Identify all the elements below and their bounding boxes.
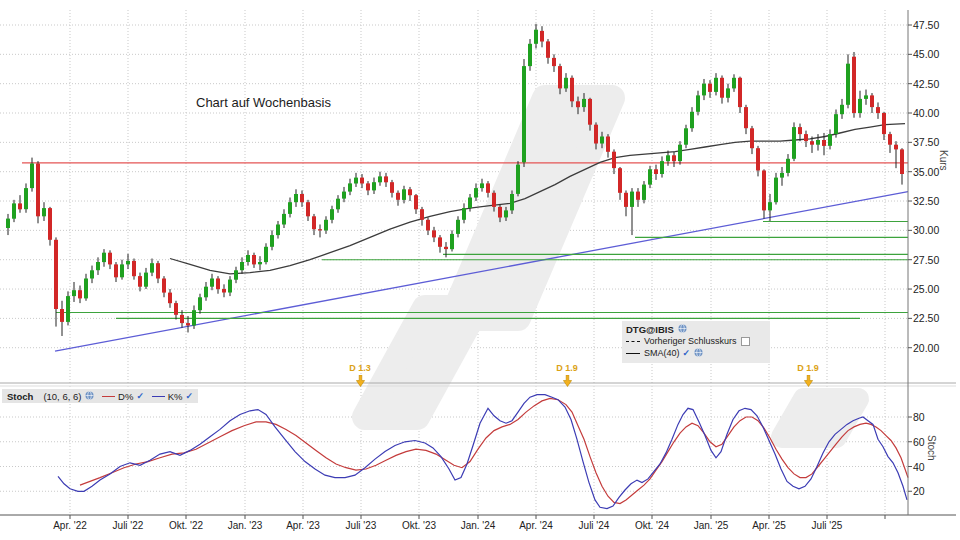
sma-checkmark[interactable]: ✓ [683, 348, 691, 358]
candle [624, 193, 628, 207]
candle [210, 279, 214, 287]
dividend-marker[interactable]: D 1.9 [547, 363, 587, 391]
chart-window: Chart auf Wochenbasis DTG@IBIS Vorherige… [0, 0, 960, 540]
candle [126, 261, 130, 265]
down-arrow-icon [356, 375, 365, 387]
candle [738, 78, 742, 107]
d-line-sample [102, 396, 115, 397]
candle [24, 188, 28, 209]
candle [174, 303, 178, 315]
time-tick-label: Jan. '24 [461, 520, 496, 531]
candle [576, 101, 580, 107]
candle [756, 148, 760, 170]
candle [138, 276, 142, 287]
price-tick-label: 42.50 [913, 78, 939, 90]
candle [66, 296, 70, 322]
candle [228, 280, 232, 293]
candle [786, 159, 790, 173]
candle [894, 145, 898, 150]
candle [216, 279, 220, 290]
candle [396, 193, 400, 200]
candle [744, 107, 748, 128]
candle [864, 95, 868, 99]
candle [816, 140, 820, 145]
candle [12, 203, 16, 218]
candle [876, 107, 880, 113]
dividend-label: D 1.9 [788, 363, 828, 373]
candle [162, 279, 166, 293]
time-tick-label: Jan. '23 [228, 520, 263, 531]
stoch-tick-label: 80 [913, 411, 925, 423]
candle [108, 253, 112, 265]
candle [516, 165, 520, 194]
candle [426, 220, 430, 231]
candle [96, 262, 100, 270]
time-tick-label: Apr. '24 [519, 520, 553, 531]
dividend-marker[interactable]: D 1.9 [788, 363, 828, 391]
candle [900, 149, 904, 174]
candle [726, 88, 730, 97]
candle [318, 229, 322, 230]
price-stoch-chart[interactable] [0, 0, 960, 540]
time-tick-label: Jan. '25 [694, 520, 729, 531]
globe-icon[interactable] [85, 391, 94, 402]
legend-item-label: Vorheriger Schlusskurs [644, 336, 737, 346]
candle [432, 230, 436, 237]
candle [372, 182, 376, 190]
candle [420, 209, 424, 220]
candle [696, 95, 700, 111]
globe-icon[interactable] [694, 348, 703, 359]
candle [294, 194, 298, 202]
candle [384, 176, 388, 182]
candle [330, 209, 334, 220]
dividend-marker[interactable]: D 1.3 [340, 363, 380, 391]
candle [492, 193, 496, 207]
k-checkmark[interactable]: ✓ [185, 391, 193, 401]
candle [462, 208, 466, 220]
globe-icon[interactable] [678, 324, 687, 335]
time-tick-label: Juli '24 [579, 520, 610, 531]
candle [834, 114, 838, 134]
candle [558, 66, 562, 88]
candle [774, 178, 778, 203]
candle [234, 270, 238, 279]
candle [276, 225, 280, 236]
candle [414, 195, 418, 209]
candle [42, 208, 46, 216]
chart-annotation: Chart auf Wochenbasis [196, 95, 331, 110]
time-tick-label: Juli '23 [346, 520, 377, 531]
prev-close-checkbox[interactable] [741, 337, 750, 346]
candle [36, 164, 40, 217]
candle [18, 203, 22, 209]
candle [648, 169, 652, 184]
candle [390, 182, 394, 193]
price-tick-label: 27.50 [913, 254, 939, 266]
candle [360, 178, 364, 184]
candle [486, 183, 490, 192]
d-label: D% [118, 391, 133, 402]
legend-item-label: SMA(40) [644, 348, 680, 358]
candle [882, 113, 886, 134]
candle [354, 178, 358, 184]
d-checkmark[interactable]: ✓ [136, 391, 144, 401]
price-tick-label: 25.00 [913, 283, 939, 295]
candle [534, 30, 538, 44]
candle [810, 141, 814, 145]
candle [498, 207, 502, 218]
candle [366, 183, 370, 190]
candle [258, 262, 262, 264]
candle [198, 297, 202, 310]
candle [6, 219, 10, 228]
time-tick-label: Apr. '22 [53, 520, 87, 531]
time-tick-label: Apr. '25 [752, 520, 786, 531]
candle [720, 78, 724, 98]
candle [252, 255, 256, 264]
candle [240, 262, 244, 270]
stoch-axis-title: Stoch [926, 435, 937, 461]
candle [510, 194, 514, 210]
candle [204, 287, 208, 298]
candle [828, 134, 832, 146]
candle [690, 112, 694, 128]
candle [192, 310, 196, 325]
stoch-tick-label: 40 [913, 461, 925, 473]
